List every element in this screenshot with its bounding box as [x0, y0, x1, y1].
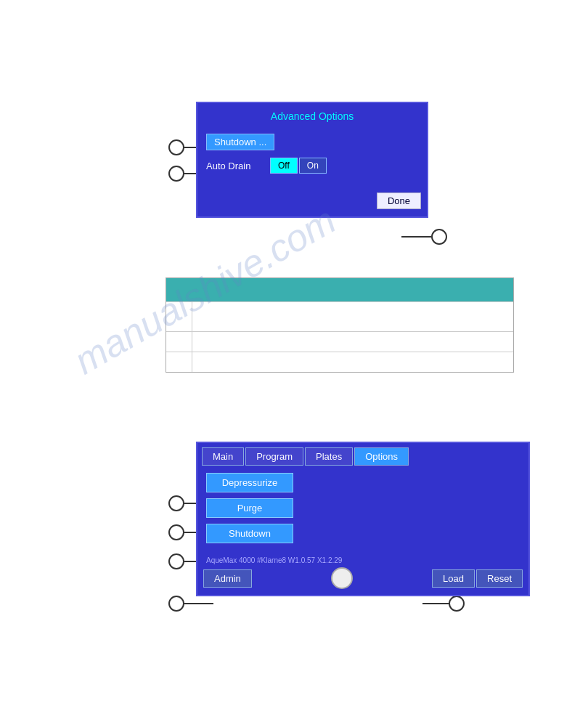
shutdown-row: Shutdown ... [206, 134, 418, 150]
arrow-line-3 [401, 236, 431, 238]
tab-plates[interactable]: Plates [305, 447, 353, 466]
arrow-line-reset [422, 603, 449, 604]
depressurize-row: Depressurize [206, 473, 520, 492]
center-circle [331, 567, 353, 589]
auto-drain-toggle: Off On [270, 158, 327, 174]
tab-bar: Main Program Plates Options [197, 443, 528, 466]
table-row [166, 352, 513, 372]
table-cell-text [192, 302, 513, 331]
load-button[interactable]: Load [432, 569, 475, 588]
mid-table [166, 277, 514, 373]
purge-row: Purge [206, 498, 520, 518]
tab-program[interactable]: Program [245, 447, 303, 466]
table-cell-text [192, 352, 513, 372]
connector-circle-reset [449, 596, 465, 612]
reset-button[interactable]: Reset [476, 569, 523, 588]
connector-circle-2 [168, 166, 184, 182]
bottom-footer: Admin Load Reset [197, 567, 528, 595]
connector-circle-depressurize [168, 495, 184, 511]
version-text: AqueMax 4000 #Klarne8 W1.0.57 X1.2.29 [197, 555, 528, 567]
auto-drain-on-button[interactable]: On [299, 158, 327, 174]
tab-main[interactable]: Main [202, 447, 244, 466]
advanced-options-dialog: Advanced Options Shutdown ... Auto Drain… [196, 102, 428, 218]
auto-drain-label: Auto Drain [206, 161, 264, 171]
table-cell-num [166, 332, 192, 352]
tab-options[interactable]: Options [354, 447, 409, 466]
table-cell-num [166, 352, 192, 372]
shutdown-row-bottom: Shutdown [206, 524, 520, 543]
connector-circle-admin [168, 596, 184, 612]
arrow-line-admin [184, 603, 213, 604]
table-row [166, 301, 513, 331]
auto-drain-off-button[interactable]: Off [270, 158, 298, 174]
mid-table-header [166, 278, 513, 301]
shutdown-button-bottom[interactable]: Shutdown [206, 524, 293, 543]
advanced-dialog-title: Advanced Options [197, 103, 427, 128]
depressurize-button[interactable]: Depressurize [206, 473, 293, 492]
connector-circle-shutdown [168, 553, 184, 569]
auto-drain-row: Auto Drain Off On [206, 158, 418, 174]
bottom-body: Depressurize Purge Shutdown [197, 466, 528, 555]
connector-circle-purge [168, 524, 184, 540]
shutdown-button[interactable]: Shutdown ... [206, 134, 274, 150]
connector-circle-1 [168, 139, 184, 155]
purge-button[interactable]: Purge [206, 498, 293, 518]
bottom-panel: Main Program Plates Options Depressurize… [196, 442, 530, 596]
done-button[interactable]: Done [377, 192, 421, 209]
connector-circle-3 [431, 229, 447, 245]
table-cell-text [192, 332, 513, 352]
table-row [166, 331, 513, 352]
admin-button[interactable]: Admin [203, 569, 252, 588]
table-cell-num [166, 302, 192, 331]
